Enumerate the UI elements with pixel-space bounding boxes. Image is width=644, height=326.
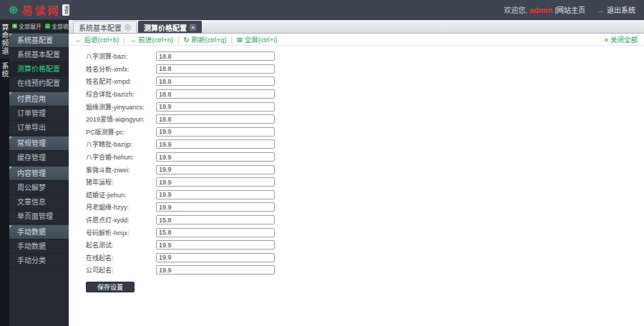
sidebar-menu-item[interactable]: 订单导出 <box>9 121 69 135</box>
form-row: 八字合婚-hehun: <box>86 151 644 164</box>
price-input[interactable] <box>156 139 275 149</box>
form-row: 在线起名: <box>86 252 644 265</box>
save-button[interactable]: 保存设置 <box>86 282 135 292</box>
field-label: 紫微斗数-ziwei: <box>86 165 156 174</box>
sidebar-menu-item[interactable]: 订单管理 <box>9 107 69 121</box>
expand-all-button[interactable]: + 全部展开 <box>12 22 42 30</box>
toolbar: ← 后退(ctrl+b) → 前进(ctrl+n) ↻ 刷新(ctrl+q) <box>69 34 644 46</box>
price-input[interactable] <box>156 114 275 124</box>
field-label: 月老姻缘-hzyy: <box>86 202 156 212</box>
field-label: 八字测算-bazi: <box>86 51 156 61</box>
form-row: PC版测算-pc: <box>86 126 644 139</box>
field-label: 公司起名: <box>86 265 156 275</box>
price-input[interactable] <box>156 240 275 250</box>
field-label: 2019爱情-aiqingyun: <box>86 114 156 124</box>
price-input[interactable] <box>156 152 275 162</box>
tab-label: 系统基本配置 <box>79 22 122 33</box>
form-row: 姓名配对-xmpd: <box>86 75 644 88</box>
price-input[interactable] <box>156 253 275 262</box>
price-input[interactable] <box>156 215 275 224</box>
top-header: ⊛ 易读网 测算 欢迎您, admin |网站主页 → 退出系统 <box>0 0 644 20</box>
field-label: 在线起名: <box>86 253 156 262</box>
price-input[interactable] <box>156 51 275 61</box>
sidebar-menu-item[interactable]: 周公解梦 <box>9 181 69 195</box>
toolbar-link-label: 刷新(ctrl+q) <box>192 34 227 44</box>
tab-close-icon[interactable]: × <box>125 24 131 31</box>
price-input[interactable] <box>156 102 275 112</box>
sidebar-menu-item[interactable]: 付费应用 <box>9 92 69 107</box>
expand-all-label: 全部展开 <box>19 22 42 30</box>
toolbar-link[interactable]: ↻ 刷新(ctrl+q) <box>173 34 226 44</box>
field-label: 号码解析-hmjx: <box>86 228 156 237</box>
main-area: 系统基本配置 × 测算价格配置 × ← 后退(ctrl+b) <box>69 20 644 326</box>
form-row: 姻缘测算-yinyuancs: <box>86 100 644 113</box>
form-row: 公司起名: <box>86 264 644 277</box>
header-right: 欢迎您, admin |网站主页 → 退出系统 <box>504 4 635 15</box>
vertical-nav-item[interactable]: 系统 <box>0 59 9 82</box>
form-row: 号码解析-hmjx: <box>86 226 644 239</box>
price-input[interactable] <box>156 165 275 174</box>
form-row: 姓名分析-xmfx: <box>86 63 644 76</box>
form-row: 结婚证-jiehun: <box>86 189 644 202</box>
field-label: 起名测试: <box>86 240 156 250</box>
toolbar-link[interactable]: ⊞ 全屏(ctrl+i) <box>226 34 277 44</box>
username: admin <box>530 6 552 14</box>
field-label: 结婚证-jiehun: <box>86 190 156 199</box>
vertical-nav-item[interactable]: 算命频道 <box>0 20 9 59</box>
sidebar-menu-item[interactable]: 缓存管理 <box>9 151 69 165</box>
field-label: 八字合婚-hehun: <box>86 152 156 162</box>
sidebar-menu-item[interactable]: 手动数据 <box>9 225 69 239</box>
tab-bar: 系统基本配置 × 测算价格配置 × <box>69 20 644 34</box>
sidebar-toolbar: + 全部展开 - 全部收起 <box>9 20 69 32</box>
price-form: 八字测算-bazi: 姓名分析-xmfx: 姓名配对-xmpd: <box>86 50 644 277</box>
field-label: PC版测算-pc: <box>86 127 156 137</box>
home-link[interactable]: |网站主页 <box>555 4 585 15</box>
price-input[interactable] <box>156 265 275 275</box>
tab[interactable]: 测算价格配置 × <box>138 21 202 33</box>
tab[interactable]: 系统基本配置 × <box>73 21 137 33</box>
form-row: 月老姻缘-hzyy: <box>86 201 644 214</box>
seal-icon: 测算 <box>62 4 69 16</box>
form-row: 2019爱情-aiqingyun: <box>86 113 644 126</box>
site-title: 易读网 <box>21 2 60 17</box>
sidebar-menu-item[interactable]: 系统基配置 <box>9 34 69 48</box>
sidebar-menu-item[interactable]: 手动分类 <box>9 254 69 268</box>
price-input[interactable] <box>156 89 275 99</box>
price-input[interactable] <box>156 127 275 137</box>
price-input[interactable] <box>156 190 275 199</box>
form-row: 八字精批-bazijp: <box>86 138 644 151</box>
sidebar-menu-item[interactable]: 内容管理 <box>9 167 69 181</box>
toolbar-link-icon: ← <box>75 36 82 44</box>
field-label: 姓名配对-xmpd: <box>86 76 156 86</box>
sidebar-menu-item[interactable]: 测算价格配置 <box>9 62 69 76</box>
price-input[interactable] <box>156 64 275 74</box>
tab-close-icon[interactable]: × <box>190 24 196 31</box>
sidebar-menu: 系统基配置 系统基本配置 测算价格配置 在线预约配置 付费应用 订单管理 订单导… <box>9 34 69 268</box>
sidebar-menu-item[interactable]: 文章信息 <box>9 195 69 209</box>
price-input[interactable] <box>156 76 275 86</box>
sidebar-menu-item[interactable]: 系统基本配置 <box>9 48 69 62</box>
field-label: 许愿点灯-xydd: <box>86 215 156 224</box>
form-row: 紫微斗数-ziwei: <box>86 163 644 176</box>
admin-page: ⊛ 易读网 测算 欢迎您, admin |网站主页 → 退出系统 算命频道 系统… <box>0 0 644 326</box>
logout-button[interactable]: → 退出系统 <box>597 4 635 15</box>
sidebar-menu-item[interactable]: 单页面管理 <box>9 209 69 224</box>
sidebar-menu-item[interactable]: 常规管理 <box>9 137 69 151</box>
toolbar-link[interactable]: → 前进(ctrl+n) <box>119 34 173 44</box>
field-label: 八字精批-bazijp: <box>86 139 156 149</box>
logo-icon: ⊛ <box>9 4 18 16</box>
collapse-icon: - <box>45 24 50 29</box>
expand-icon: + <box>12 24 17 29</box>
close-all-button[interactable]: × 关闭全部 <box>604 34 638 44</box>
sidebar-menu-item[interactable]: 在线预约配置 <box>9 76 69 91</box>
close-all-icon: × <box>604 36 608 44</box>
price-input[interactable] <box>156 177 275 187</box>
sidebar-menu-item[interactable]: 手动数据 <box>9 239 69 254</box>
toolbar-link-icon: ↻ <box>184 36 190 44</box>
toolbar-link[interactable]: ← 后退(ctrl+b) <box>75 34 119 44</box>
price-input[interactable] <box>156 228 275 237</box>
toolbar-link-icon: → <box>130 36 137 44</box>
price-input[interactable] <box>156 202 275 212</box>
toolbar-link-label: 后退(ctrl+b) <box>84 34 119 44</box>
logout-label: 退出系统 <box>607 4 635 15</box>
